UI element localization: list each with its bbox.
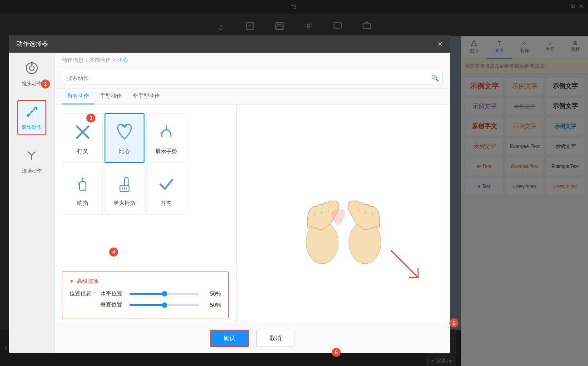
action-grid: 打叉 比 — [55, 105, 236, 267]
action-heart[interactable]: 比心 — [105, 113, 145, 163]
heart-icon — [113, 121, 136, 145]
snap-icon — [71, 173, 94, 197]
vertical-row: 垂直位置 50% — [70, 301, 221, 309]
modal-header: 动作选择器 × — [9, 35, 450, 53]
badge-1: 1 — [449, 318, 458, 327]
tab-hand[interactable]: 手型动作 — [95, 89, 127, 104]
decor-icon — [25, 104, 39, 122]
horizontal-label: 水平位置 — [100, 290, 122, 297]
modal-body: 镜头动作 装饰动作 清场动作 — [9, 53, 450, 353]
sidebar-item-clear[interactable]: 清场动作 — [18, 144, 45, 178]
show-icon — [155, 121, 178, 145]
svg-point-18 — [27, 114, 30, 117]
action-cross[interactable]: 打叉 — [63, 113, 103, 163]
advanced-toggle[interactable]: ▼ 高级选项 — [70, 277, 221, 285]
advanced-section: ▼ 高级选项 位置信息： 水平位置 — [55, 267, 236, 323]
search-icon: 🔍 — [431, 74, 439, 82]
action-snap[interactable]: 响指 — [63, 165, 103, 215]
heart-label: 比心 — [119, 148, 130, 155]
thumb-label: 竖大拇指 — [114, 199, 135, 207]
svg-line-39 — [391, 250, 418, 277]
confirm-button[interactable]: 确认 — [210, 330, 249, 347]
sidebar-item-decor[interactable]: 装饰动作 — [17, 100, 46, 135]
modal-close-btn[interactable]: × — [438, 40, 443, 48]
svg-point-16 — [31, 63, 33, 65]
search-wrap: 🔍 — [62, 72, 443, 84]
preview-area — [236, 105, 450, 323]
svg-line-17 — [28, 108, 35, 115]
cancel-button[interactable]: 取消 — [256, 330, 294, 347]
camera-label: 镜头动作 — [22, 80, 42, 87]
clear-icon — [25, 148, 39, 166]
decor-label: 装饰动作 — [22, 124, 42, 131]
advanced-box: ▼ 高级选项 位置信息： 水平位置 — [62, 272, 229, 318]
svg-rect-24 — [80, 182, 86, 191]
thumb-icon — [113, 173, 136, 197]
search-input[interactable] — [62, 72, 443, 84]
cross-icon — [71, 121, 94, 145]
red-arrow — [382, 241, 427, 287]
badge-4: 4 — [109, 247, 118, 257]
vertical-value: 50% — [203, 302, 221, 308]
modal-footer: 确认 取消 — [55, 323, 450, 353]
breadcrumb-prefix: 动作信息：装饰动作 > — [62, 57, 117, 63]
triangle-icon: ▼ — [70, 279, 74, 284]
svg-point-26 — [82, 178, 84, 179]
advanced-title: 高级选项 — [77, 277, 99, 285]
breadcrumb: 动作信息：装饰动作 > 比心 — [55, 53, 450, 68]
modal-title: 动作选择器 — [16, 40, 48, 48]
vertical-slider[interactable] — [130, 304, 199, 306]
modal-sidebar: 镜头动作 装饰动作 清场动作 — [9, 53, 55, 353]
tab-all[interactable]: 所有动作 — [62, 89, 95, 104]
snap-label: 响指 — [77, 199, 88, 207]
badge-2: 2 — [41, 79, 50, 89]
search-bar: 🔍 — [55, 68, 450, 89]
position-label: 位置信息： — [70, 290, 97, 297]
clear-label: 清场动作 — [22, 168, 42, 174]
breadcrumb-current: 比心 — [117, 57, 128, 63]
action-thumb[interactable]: 竖大拇指 — [105, 165, 145, 215]
cross-label: 打叉 — [77, 148, 88, 155]
position-info: 位置信息： 水平位置 50% — [70, 290, 221, 309]
camera-icon — [25, 61, 39, 79]
tab-nonhand[interactable]: 非手型动作 — [127, 89, 165, 104]
content-split: 打叉 比 — [55, 105, 450, 323]
horizontal-row: 位置信息： 水平位置 50% — [70, 290, 221, 297]
action-selector-modal: 动作选择器 × 镜头动作 装饰动作 — [9, 35, 450, 353]
horizontal-value: 50% — [203, 291, 221, 297]
action-tabs: 所有动作 手型动作 非手型动作 — [55, 89, 450, 105]
svg-point-15 — [30, 66, 34, 70]
check-icon — [155, 173, 178, 197]
horizontal-slider[interactable] — [130, 293, 199, 295]
modal-overlay: 动作选择器 × 镜头动作 装饰动作 — [0, 0, 588, 366]
left-content: 打叉 比 — [55, 105, 236, 323]
vertical-label: 垂直位置 — [100, 301, 122, 309]
action-show[interactable]: 展示手势 — [146, 113, 186, 163]
badge-3: 3 — [86, 114, 95, 123]
show-label: 展示手势 — [155, 148, 177, 155]
badge-5: 5 — [332, 348, 341, 357]
check-label: 打勾 — [161, 199, 172, 207]
action-check[interactable]: 打勾 — [146, 165, 186, 215]
modal-main-content: 动作信息：装饰动作 > 比心 🔍 所有动作 手型动作 非手型动作 — [55, 53, 450, 353]
